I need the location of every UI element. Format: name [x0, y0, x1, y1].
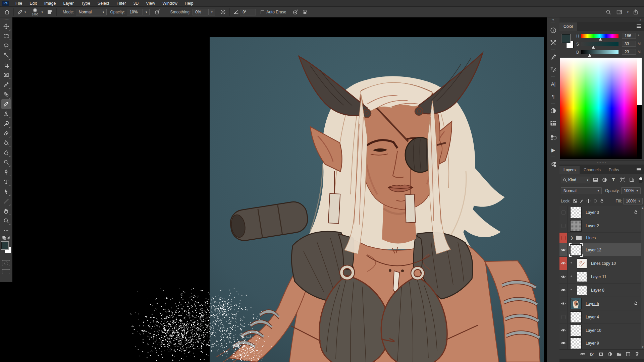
smoothing-dropdown-button[interactable]: ▾	[209, 9, 215, 15]
layer-thumbnail[interactable]	[570, 207, 582, 218]
chevron-down-icon[interactable]: ▾	[24, 10, 26, 14]
filter-type-layers-icon[interactable]: T	[609, 177, 618, 183]
lock-artboard-icon[interactable]	[592, 198, 599, 204]
menu-filter[interactable]: Filter	[113, 0, 130, 7]
document-canvas[interactable]	[210, 37, 544, 362]
menu-help[interactable]: Help	[181, 0, 197, 7]
screen-mode-icon[interactable]	[2, 269, 10, 274]
layer-thumbnail[interactable]	[577, 285, 587, 295]
layer-row[interactable]: Layer 5	[559, 297, 641, 310]
visibility-toggle[interactable]	[559, 284, 568, 297]
layer-row[interactable]: Layer 11	[559, 270, 641, 284]
filter-smart-objects-icon[interactable]	[628, 177, 636, 183]
fill-field[interactable]: 100%▾	[623, 198, 643, 204]
marquee-tool-icon[interactable]	[1, 31, 11, 41]
layer-thumbnail[interactable]	[577, 272, 587, 282]
mode-dropdown[interactable]: Normal▾	[76, 9, 107, 15]
visibility-toggle[interactable]	[559, 243, 568, 256]
lock-position-icon[interactable]	[585, 198, 592, 204]
grid-panel-icon[interactable]	[547, 117, 560, 129]
menu-window[interactable]: Window	[159, 0, 181, 7]
search-icon[interactable]	[605, 8, 612, 16]
visibility-toggle[interactable]	[559, 337, 568, 349]
ps-logo[interactable]: Ps	[2, 1, 9, 6]
type-tool-icon[interactable]	[1, 177, 11, 187]
quick-mask-icon[interactable]	[2, 260, 10, 266]
lock-transparency-icon[interactable]	[572, 198, 579, 204]
layer-thumbnail[interactable]	[570, 338, 582, 349]
layer-name[interactable]: Layer 4	[586, 315, 599, 319]
paragraph-panel-icon[interactable]: ¶	[547, 90, 560, 103]
menu-image[interactable]: Image	[41, 0, 60, 7]
default-swap-colors-icons[interactable]	[1, 235, 11, 241]
lock-all-icon[interactable]	[599, 198, 605, 204]
foreground-color-swatch[interactable]	[561, 34, 570, 43]
menu-edit[interactable]: Edit	[26, 0, 41, 7]
foreground-background-swatches[interactable]	[1, 241, 11, 257]
filter-shape-layers-icon[interactable]	[619, 177, 627, 183]
slider-track[interactable]	[581, 34, 619, 38]
play-panel-icon[interactable]: ▶	[547, 144, 560, 156]
slider-value-field[interactable]: 23	[622, 49, 636, 55]
slider-thumb[interactable]	[588, 54, 591, 57]
blend-mode-dropdown[interactable]: Normal▾	[561, 187, 602, 194]
visibility-toggle[interactable]	[559, 206, 568, 219]
size-pressure-icon[interactable]	[292, 8, 299, 16]
scroll-up-icon[interactable]: ▲	[641, 206, 644, 209]
filter-pixel-layers-icon[interactable]	[591, 177, 599, 183]
delete-layer-icon[interactable]	[634, 351, 640, 357]
slider-thumb[interactable]	[592, 46, 595, 49]
menu-layer[interactable]: Layer	[59, 0, 77, 7]
visibility-toggle[interactable]	[559, 219, 568, 232]
new-group-icon[interactable]	[616, 351, 622, 357]
visibility-toggle[interactable]	[559, 270, 568, 283]
visibility-toggle[interactable]	[559, 310, 568, 323]
layer-row[interactable]: Layer 8	[559, 284, 641, 297]
brush-preview[interactable]: 1400	[30, 8, 41, 16]
lasso-tool-icon[interactable]	[1, 41, 11, 51]
grayscale-ramp[interactable]	[637, 58, 642, 159]
visibility-toggle[interactable]	[559, 297, 568, 310]
character-panel-icon[interactable]: A|	[547, 78, 560, 90]
tab-layers[interactable]: Layers	[559, 166, 580, 174]
share-icon[interactable]	[632, 8, 639, 16]
foreground-color-swatch[interactable]	[1, 242, 8, 249]
opacity-pressure-icon[interactable]	[154, 8, 161, 16]
pen-tool-icon[interactable]	[1, 167, 11, 177]
layer-list-scrollbar[interactable]: ▲ ▼	[641, 206, 644, 349]
layer-thumbnail[interactable]	[570, 298, 582, 309]
layers-panel-menu-icon[interactable]	[634, 166, 644, 174]
add-layer-mask-icon[interactable]	[598, 351, 604, 357]
slider-thumb[interactable]	[599, 38, 602, 41]
layer-name[interactable]: Layer 12	[586, 248, 601, 252]
bucket-tool-icon[interactable]	[1, 138, 11, 148]
slider-track[interactable]	[581, 42, 619, 46]
angle-field[interactable]: 0°	[240, 9, 256, 15]
layer-row[interactable]: Lines copy 10	[559, 257, 641, 270]
menu-3d[interactable]: 3D	[129, 0, 142, 7]
lock-pixels-icon[interactable]	[579, 198, 585, 204]
chevron-down-icon[interactable]: ▾	[42, 10, 43, 14]
layer-row[interactable]: Layer 10	[559, 324, 641, 337]
layer-name[interactable]: Layer 8	[591, 288, 604, 293]
stamp-tool-icon[interactable]	[1, 109, 11, 119]
link-layers-icon[interactable]	[580, 351, 586, 357]
layer-row[interactable]: Layer 9	[559, 337, 641, 349]
wand-tool-icon[interactable]	[1, 51, 11, 60]
layer-name[interactable]: Layer 11	[591, 275, 606, 279]
smoothing-field[interactable]: 0%	[193, 9, 209, 15]
layer-name[interactable]: Layer 5	[586, 301, 599, 306]
layer-thumbnail[interactable]	[577, 258, 587, 268]
collapse-panels-icon[interactable]: »	[559, 17, 644, 22]
layer-thumbnail[interactable]	[570, 311, 582, 323]
paint-symmetry-butterfly-icon[interactable]	[301, 8, 309, 16]
menu-type[interactable]: Type	[77, 0, 94, 7]
crop-tool-icon[interactable]	[1, 60, 11, 70]
group-disclosure-icon[interactable]: ❯	[571, 236, 573, 240]
eraser-tool-icon[interactable]	[1, 128, 11, 138]
color-panel-menu-icon[interactable]	[634, 22, 644, 31]
menu-view[interactable]: View	[142, 0, 159, 7]
visibility-toggle[interactable]	[559, 257, 568, 270]
layer-row[interactable]: ❯Lines	[559, 233, 641, 243]
slider-value-field[interactable]: 33	[622, 41, 636, 47]
